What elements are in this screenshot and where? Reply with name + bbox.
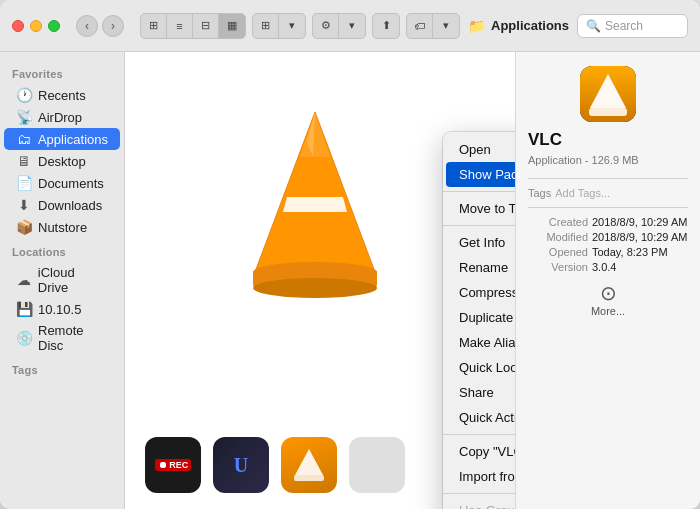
traffic-lights	[12, 20, 60, 32]
sidebar-label-documents: Documents	[38, 176, 104, 191]
sidebar-item-applications[interactable]: 🗂 Applications	[4, 128, 120, 150]
arrange-btn[interactable]: ⊞	[253, 14, 279, 38]
downloads-icon: ⬇	[16, 197, 32, 213]
favorites-label: Favorites	[0, 60, 124, 84]
ctx-share[interactable]: Share ▶	[443, 380, 515, 405]
svg-marker-7	[295, 449, 323, 475]
svg-point-4	[253, 278, 377, 298]
sidebar-item-10105[interactable]: 💾 10.10.5	[4, 298, 120, 320]
tags-row: Tags Add Tags...	[528, 187, 688, 199]
disc-icon: 💿	[16, 330, 32, 346]
ctx-open[interactable]: Open	[443, 137, 515, 162]
finder-window: ‹ › ⊞ ≡ ⊟ ▦ ⊞ ▾ ⚙ ▾ ⬆ 🏷 ▾	[0, 0, 700, 509]
ctx-duplicate[interactable]: Duplicate	[443, 305, 515, 330]
utm-app-icon[interactable]: U	[213, 437, 269, 493]
search-icon: 🔍	[586, 19, 601, 33]
ctx-show-package[interactable]: Show Package Contents	[446, 162, 515, 187]
version-value: 3.0.4	[592, 261, 688, 273]
sidebar-label-applications: Applications	[38, 132, 108, 147]
ctx-divider-4	[443, 493, 515, 494]
gear-dropdown[interactable]: ▾	[339, 14, 365, 38]
main-area: Favorites 🕐 Recents 📡 AirDrop 🗂 Applicat…	[0, 52, 700, 509]
locations-label: Locations	[0, 238, 124, 262]
sidebar-item-remote-disc[interactable]: 💿 Remote Disc	[4, 320, 120, 356]
app-name: VLC	[528, 130, 562, 150]
sidebar-item-nutstore[interactable]: 📦 Nutstore	[4, 216, 120, 238]
ctx-make-alias[interactable]: Make Alias	[443, 330, 515, 355]
ctx-quick-look[interactable]: Quick Look "VLC"	[443, 355, 515, 380]
sidebar-item-airdrop[interactable]: 📡 AirDrop	[4, 106, 120, 128]
sidebar-item-downloads[interactable]: ⬇ Downloads	[4, 194, 120, 216]
tag-icon[interactable]: 🏷	[407, 14, 433, 38]
arrange-dropdown[interactable]: ▾	[279, 14, 305, 38]
ctx-rename[interactable]: Rename	[443, 255, 515, 280]
more-button[interactable]: ⊙ More...	[528, 283, 688, 317]
sidebar-item-recents[interactable]: 🕐 Recents	[4, 84, 120, 106]
view-group: ⊞ ≡ ⊟ ▦	[140, 13, 246, 39]
group-btn: ⊞ ▾	[252, 13, 306, 39]
ctx-move-trash[interactable]: Move to Trash	[443, 196, 515, 221]
fullscreen-button[interactable]	[48, 20, 60, 32]
ctx-import-iphone[interactable]: Import from iPhone or iPad ▶	[443, 464, 515, 489]
sidebar-label-icloud: iCloud Drive	[38, 265, 108, 295]
column-view-btn[interactable]: ⊟	[193, 14, 219, 38]
action-btn: ⚙ ▾	[312, 13, 366, 39]
more-dots-icon: ⊙	[600, 283, 617, 303]
tags-add-btn[interactable]: Add Tags...	[555, 187, 610, 199]
tags-btn-group: 🏷 ▾	[406, 13, 460, 39]
opened-row: Opened Today, 8:23 PM	[528, 246, 688, 258]
back-button[interactable]: ‹	[76, 15, 98, 37]
gear-icon[interactable]: ⚙	[313, 14, 339, 38]
bottom-icons: ⏺ REC U	[145, 437, 405, 493]
search-box[interactable]: 🔍 Search	[577, 14, 688, 38]
documents-icon: 📄	[16, 175, 32, 191]
nutstore-icon: 📦	[16, 219, 32, 235]
sidebar-label-nutstore: Nutstore	[38, 220, 87, 235]
placeholder-app-icon	[349, 437, 405, 493]
share-icon[interactable]: ⬆	[373, 14, 399, 38]
ctx-compress[interactable]: Compress "VLC"	[443, 280, 515, 305]
svg-marker-1	[283, 197, 347, 212]
info-divider-2	[528, 207, 688, 208]
search-placeholder: Search	[605, 19, 643, 33]
ctx-quick-actions[interactable]: Quick Actions ▶	[443, 405, 515, 430]
tags-section-label: Tags	[528, 187, 551, 199]
list-view-btn[interactable]: ≡	[167, 14, 193, 38]
ctx-copy[interactable]: Copy "VLC"	[443, 439, 515, 464]
version-label: Version	[528, 261, 588, 273]
forward-button[interactable]: ›	[102, 15, 124, 37]
vlc-app-icon[interactable]	[281, 437, 337, 493]
more-label: More...	[591, 305, 625, 317]
sidebar-item-icloud[interactable]: ☁ iCloud Drive	[4, 262, 120, 298]
ctx-divider-3	[443, 434, 515, 435]
app-subtitle: Application - 126.9 MB	[528, 154, 688, 166]
created-label: Created	[528, 216, 588, 228]
rec-app-icon[interactable]: ⏺ REC	[145, 437, 201, 493]
sidebar-item-desktop[interactable]: 🖥 Desktop	[4, 150, 120, 172]
applications-icon: 🗂	[16, 131, 32, 147]
created-value: 2018/8/9, 10:29 AM	[592, 216, 688, 228]
sidebar-label-remote-disc: Remote Disc	[38, 323, 108, 353]
app-icon-large	[580, 66, 636, 122]
sidebar: Favorites 🕐 Recents 📡 AirDrop 🗂 Applicat…	[0, 52, 125, 509]
modified-label: Modified	[528, 231, 588, 243]
minimize-button[interactable]	[30, 20, 42, 32]
svg-marker-5	[300, 112, 330, 157]
sidebar-item-documents[interactable]: 📄 Documents	[4, 172, 120, 194]
icon-view-btn[interactable]: ⊞	[141, 14, 167, 38]
context-menu: Open Show Package Contents Move to Trash…	[443, 132, 515, 509]
vlc-cone-large	[235, 102, 395, 305]
tags-label: Tags	[0, 356, 124, 380]
ctx-use-groups: Use Groups	[443, 498, 515, 509]
drive-icon: 💾	[16, 301, 32, 317]
svg-rect-12	[589, 108, 627, 116]
ctx-get-info[interactable]: Get Info	[443, 230, 515, 255]
sidebar-label-desktop: Desktop	[38, 154, 86, 169]
tag-dropdown[interactable]: ▾	[433, 14, 459, 38]
gallery-view-btn[interactable]: ▦	[219, 14, 245, 38]
share-btn-group: ⬆	[372, 13, 400, 39]
close-button[interactable]	[12, 20, 24, 32]
sidebar-label-recents: Recents	[38, 88, 86, 103]
icloud-icon: ☁	[16, 272, 32, 288]
toolbar-icons: ⊞ ≡ ⊟ ▦ ⊞ ▾ ⚙ ▾ ⬆ 🏷 ▾	[140, 13, 460, 39]
